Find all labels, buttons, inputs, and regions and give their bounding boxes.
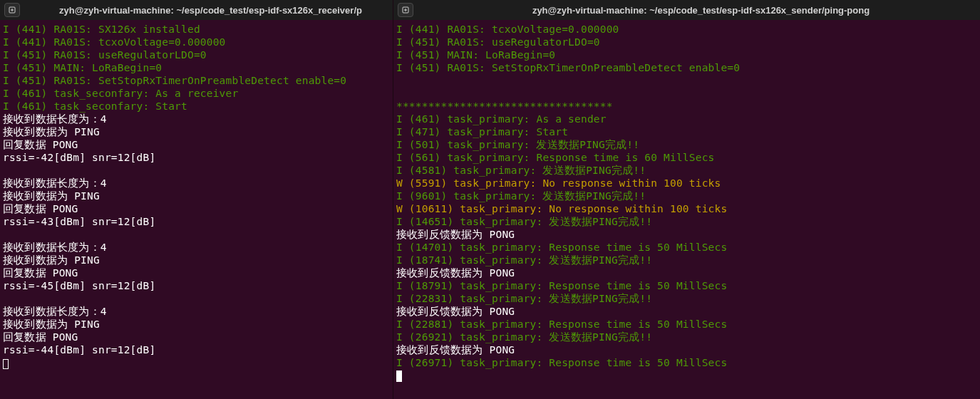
terminal-line: I (451) MAIN: LoRaBegin=0 — [3, 61, 390, 74]
terminal-line — [396, 87, 977, 100]
terminal-line: 回复数据 PONG — [3, 202, 390, 215]
terminal-line: I (441) RA01S: tcxoVoltage=0.000000 — [3, 36, 390, 48]
prompt-cursor-line[interactable] — [3, 356, 390, 369]
terminal-output-left[interactable]: I (441) RA01S: SX126x installedI (441) R… — [0, 20, 393, 372]
terminal-line: I (561) task_primary: Response time is 6… — [396, 151, 977, 164]
new-tab-button[interactable] — [398, 3, 413, 17]
terminal-line: 接收到数据为 PING — [3, 125, 390, 138]
terminal-line: 接收到数据长度为：4 — [3, 113, 390, 125]
terminal-line: 接收到数据为 PING — [3, 254, 390, 266]
terminal-line: I (441) RA01S: tcxoVoltage=0.000000 — [396, 23, 977, 36]
terminal-line: 回复数据 PONG — [3, 331, 390, 343]
terminal-line: I (461) task_seconfary: As a receiver — [3, 87, 390, 100]
terminal-line: I (4581) task_primary: 发送数据PING完成!! — [396, 164, 977, 177]
new-tab-icon — [8, 6, 16, 14]
terminal-line: 回复数据 PONG — [3, 138, 390, 151]
terminal-line: W (5591) task_primary: No response withi… — [396, 177, 977, 190]
terminal-output-right[interactable]: I (441) RA01S: tcxoVoltage=0.000000I (45… — [393, 20, 980, 385]
prompt-cursor-line[interactable] — [396, 369, 977, 382]
terminal-pane-sender[interactable]: zyh@zyh-virtual-machine: ~/esp/code_test… — [393, 0, 980, 399]
terminal-line: I (22881) task_primary: Response time is… — [396, 318, 977, 331]
window-title-right: zyh@zyh-virtual-machine: ~/esp/code_test… — [426, 5, 976, 16]
terminal-line: 接收到数据长度为：4 — [3, 305, 390, 318]
terminal-line: I (461) task_seconfary: Start — [3, 100, 390, 113]
terminal-line — [3, 228, 390, 241]
terminal-line: rssi=-44[dBm] snr=12[dB] — [3, 343, 390, 356]
terminal-line: I (26921) task_primary: 发送数据PING完成!! — [396, 331, 977, 343]
terminal-line — [3, 292, 390, 305]
terminal-line: 接收到数据为 PING — [3, 190, 390, 202]
terminal-line: I (18741) task_primary: 发送数据PING完成!! — [396, 254, 977, 266]
terminal-line: I (14701) task_primary: Response time is… — [396, 241, 977, 254]
terminal-line: rssi=-42[dBm] snr=12[dB] — [3, 151, 390, 164]
titlebar-right: zyh@zyh-virtual-machine: ~/esp/code_test… — [393, 0, 980, 20]
new-tab-button[interactable] — [4, 3, 20, 17]
titlebar-left: zyh@zyh-virtual-machine: ~/esp/code_test… — [0, 0, 393, 20]
terminal-line: I (22831) task_primary: 发送数据PING完成!! — [396, 292, 977, 305]
terminal-line: 接收到反馈数据为 PONG — [396, 266, 977, 279]
terminal-line: I (26971) task_primary: Response time is… — [396, 356, 977, 369]
terminal-line — [3, 164, 390, 177]
cursor-icon — [396, 370, 402, 382]
new-tab-icon — [401, 6, 410, 14]
terminal-line: 接收到数据为 PING — [3, 318, 390, 331]
terminal-line: I (451) RA01S: useRegulatorLDO=0 — [396, 36, 977, 48]
terminal-line: rssi=-45[dBm] snr=12[dB] — [3, 279, 390, 292]
terminal-line: 接收到反馈数据为 PONG — [396, 305, 977, 318]
terminal-line: 接收到反馈数据为 PONG — [396, 343, 977, 356]
terminal-line: I (9601) task_primary: 发送数据PING完成!! — [396, 190, 977, 202]
terminal-line: W (10611) task_primary: No response with… — [396, 202, 977, 215]
terminal-line: I (471) task_primary: Start — [396, 125, 977, 138]
terminal-pane-receiver[interactable]: zyh@zyh-virtual-machine: ~/esp/code_test… — [0, 0, 393, 399]
terminal-line: ********************************** — [396, 100, 977, 113]
window-title-left: zyh@zyh-virtual-machine: ~/esp/code_test… — [33, 5, 388, 16]
terminal-line: I (441) RA01S: SX126x installed — [3, 23, 390, 36]
terminal-line: I (451) RA01S: SetStopRxTimerOnPreambleD… — [396, 61, 977, 74]
terminal-line: 接收到数据长度为：4 — [3, 177, 390, 190]
terminal-line: rssi=-43[dBm] snr=12[dB] — [3, 215, 390, 228]
terminal-line: I (461) task_primary: As a sender — [396, 113, 977, 125]
terminal-line: I (501) task_primary: 发送数据PING完成!! — [396, 138, 977, 151]
terminal-line: 接收到数据长度为：4 — [3, 241, 390, 254]
terminal-line: I (18791) task_primary: Response time is… — [396, 279, 977, 292]
cursor-icon — [3, 359, 9, 369]
terminal-line: I (451) RA01S: SetStopRxTimerOnPreambleD… — [3, 74, 390, 87]
terminal-line: I (14651) task_primary: 发送数据PING完成!! — [396, 215, 977, 228]
terminal-line: 回复数据 PONG — [3, 266, 390, 279]
terminal-line: 接收到反馈数据为 PONG — [396, 228, 977, 241]
terminal-line — [396, 74, 977, 87]
terminal-line: I (451) MAIN: LoRaBegin=0 — [396, 48, 977, 61]
terminal-line: I (451) RA01S: useRegulatorLDO=0 — [3, 48, 390, 61]
